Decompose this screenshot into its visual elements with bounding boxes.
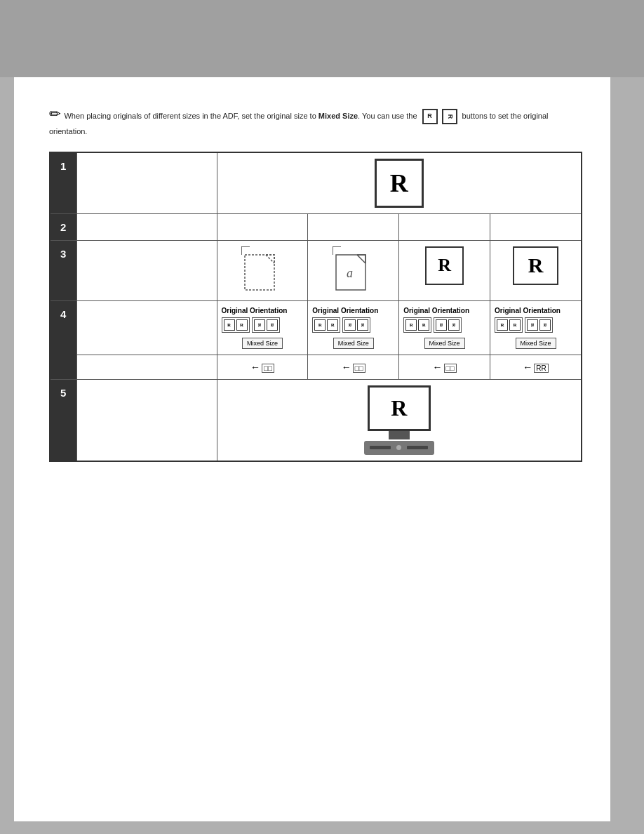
num-badge-5: 5 xyxy=(55,385,72,400)
row4-left-cell xyxy=(76,300,217,355)
orient-label-3: Original Orientation xyxy=(403,307,485,315)
page-content: ✏ When placing originals of different si… xyxy=(14,77,610,821)
large-r-icon: R xyxy=(513,246,558,285)
orient-group-portrait-2[interactable]: R R xyxy=(312,317,340,333)
row3-col1 xyxy=(217,240,308,300)
row2-col3 xyxy=(399,213,490,240)
row5-left-cell xyxy=(76,379,217,461)
mini-r-3b: R xyxy=(418,319,429,331)
orient-group-landscape-4[interactable]: R R xyxy=(525,317,553,333)
row2-col4 xyxy=(490,213,582,240)
mini-r-3d: R xyxy=(448,319,459,331)
big-r-icon: R xyxy=(375,159,424,208)
monitor-stand xyxy=(389,431,410,439)
row4-orient-col2: Original Orientation R R R R Mixed Size xyxy=(308,300,399,355)
arrow-icon-3: ←□□ xyxy=(433,362,457,373)
row3-col2: a xyxy=(308,240,399,300)
num-badge-2: 2 xyxy=(55,220,72,234)
row1-left-cell xyxy=(76,152,217,214)
row4b-col2: ←□□ xyxy=(308,355,399,379)
row4b-col1: ←□□ xyxy=(217,355,308,379)
orient-group-portrait-3[interactable]: R R xyxy=(403,317,431,333)
arrow-icon-4: ←RR xyxy=(523,362,548,373)
row-num-4: 4 xyxy=(50,300,76,379)
row4-orient-col4: Original Orientation R R R R Mixed Size xyxy=(490,300,582,355)
row3-col3: R xyxy=(399,240,490,300)
note-text: When placing originals of different size… xyxy=(49,112,549,135)
main-table: 1 R 2 3 xyxy=(49,152,582,462)
orient-label-1: Original Orientation xyxy=(222,307,304,315)
mini-r-2b: R xyxy=(327,319,338,331)
arrow-icon-1: ←□□ xyxy=(250,362,274,373)
paper-fold-a-icon: a xyxy=(333,246,375,292)
row4b-col3: ←□□ xyxy=(399,355,490,379)
orient-group-portrait-1[interactable]: R R xyxy=(222,317,250,333)
icon-r-portrait: R xyxy=(422,109,438,124)
mixed-size-btn-3[interactable]: Mixed Size xyxy=(424,338,465,349)
row5-right-cell: R xyxy=(217,379,582,461)
orient-label-4: Original Orientation xyxy=(495,307,577,315)
num-badge-1: 1 xyxy=(55,159,72,173)
svg-line-5 xyxy=(357,255,365,263)
row-num-2: 2 xyxy=(50,213,76,240)
svg-line-1 xyxy=(266,255,274,263)
mini-r-4b: R xyxy=(509,319,521,331)
monitor-slot-2 xyxy=(407,446,428,449)
monitor-slot-1 xyxy=(370,446,391,449)
row1-right-cell: R xyxy=(217,152,582,214)
mixed-size-btn-2[interactable]: Mixed Size xyxy=(333,338,374,349)
mini-r-3c: R xyxy=(436,319,447,331)
row2-col1 xyxy=(217,213,308,240)
svg-text:a: a xyxy=(347,266,353,280)
row-num-3: 3 xyxy=(50,240,76,300)
mini-r-1d: R xyxy=(267,319,278,331)
mini-r-4a: R xyxy=(497,319,508,331)
row3-col4: R xyxy=(490,240,582,300)
icon-r-landscape: R xyxy=(442,109,457,124)
orient-group-landscape-1[interactable]: R R xyxy=(252,317,280,333)
top-bar xyxy=(0,0,644,77)
orient-label-2: Original Orientation xyxy=(312,307,394,315)
table-row-5: 5 R xyxy=(50,379,582,461)
mixed-size-btn-4[interactable]: Mixed Size xyxy=(516,338,556,349)
mixed-size-btn-1[interactable]: Mixed Size xyxy=(242,338,283,349)
svg-rect-0 xyxy=(245,255,274,290)
pencil-icon: ✏ xyxy=(49,106,61,121)
med-r-icon: R xyxy=(425,246,464,285)
orient-group-landscape-3[interactable]: R R xyxy=(434,317,462,333)
computer-icon: R xyxy=(364,385,434,455)
mini-r-2c: R xyxy=(344,319,356,331)
row4b-col4: ←RR xyxy=(490,355,582,379)
orient-icons-2: R R R R xyxy=(312,317,394,333)
monitor-dot xyxy=(396,445,401,450)
paper-fold-dotted-icon xyxy=(241,246,283,292)
mini-r-4d: R xyxy=(539,319,551,331)
table-row-4: 4 Original Orientation R R R R Mixed Siz… xyxy=(50,300,582,355)
row-num-5: 5 xyxy=(50,379,76,461)
orient-group-portrait-4[interactable]: R R xyxy=(495,317,523,333)
table-row-1: 1 R xyxy=(50,152,582,214)
orient-group-landscape-2[interactable]: R R xyxy=(342,317,370,333)
mini-r-1b: R xyxy=(236,319,248,331)
table-row-4b: ←□□ ←□□ ←□□ ←RR xyxy=(50,355,582,379)
row4-orient-col3: Original Orientation R R R R Mixed Size xyxy=(399,300,490,355)
mini-r-3a: R xyxy=(405,319,417,331)
inline-icons: R R xyxy=(422,109,457,124)
num-badge-3: 3 xyxy=(55,246,72,261)
num-badge-4: 4 xyxy=(55,307,72,322)
row4b-left xyxy=(76,355,217,379)
row2-left-cell xyxy=(76,213,217,240)
mini-r-2a: R xyxy=(314,319,326,331)
orient-icons-1: R R R R xyxy=(222,317,304,333)
table-row-3: 3 xyxy=(50,240,582,300)
row2-col2 xyxy=(308,213,399,240)
orient-icons-4: R R R R xyxy=(495,317,577,333)
monitor-body xyxy=(364,441,434,455)
row4-orient-col1: Original Orientation R R R R Mixed Size xyxy=(217,300,308,355)
right-tab xyxy=(610,77,644,218)
arrow-icon-2: ←□□ xyxy=(342,362,365,373)
row-num-1: 1 xyxy=(50,152,76,214)
mini-r-2d: R xyxy=(357,319,368,331)
mini-r-1c: R xyxy=(254,319,265,331)
mini-r-4c: R xyxy=(527,319,538,331)
